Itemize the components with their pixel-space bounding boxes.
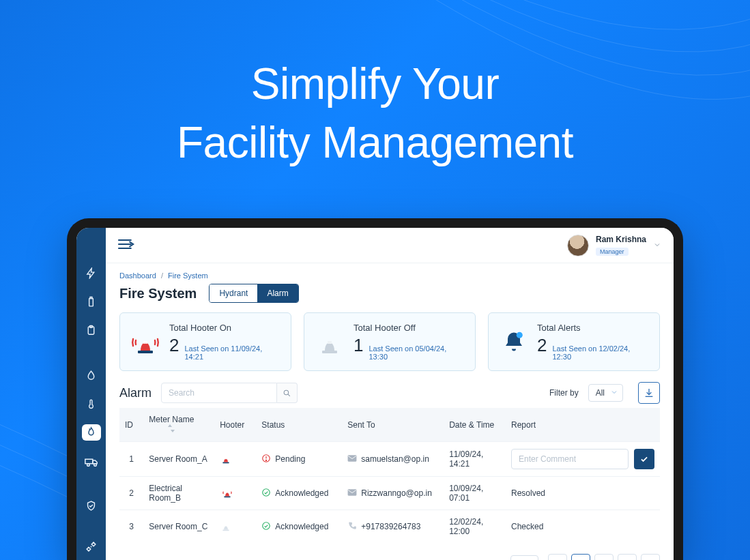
tab-hydrant[interactable]: Hydrant [210, 284, 257, 302]
cell-datetime: 11/09/24, 14:21 [444, 442, 506, 477]
cell-hooter [214, 477, 256, 510]
tablet-frame: Ram Krishna Manager Dashboard / Fire Sys… [67, 218, 683, 560]
sidebar-item-security[interactable] [82, 497, 101, 514]
breadcrumb-root[interactable]: Dashboard [119, 271, 156, 280]
card-label: Total Alerts [537, 323, 648, 333]
pager-next[interactable] [641, 554, 660, 560]
sidebar-item-energy[interactable] [82, 265, 101, 282]
svg-point-6 [93, 464, 96, 467]
pager: 123 [548, 554, 660, 560]
card-seen: Last Seen on 05/04/24, 13:30 [369, 344, 464, 361]
filter-select[interactable]: All [588, 384, 623, 402]
svg-rect-18 [225, 458, 227, 459]
sidebar-item-temperature[interactable] [82, 396, 101, 412]
sent-text: +917839264783 [361, 522, 420, 531]
cell-report [506, 442, 660, 477]
status-text: Pending [275, 454, 305, 464]
search [161, 383, 298, 403]
svg-rect-10 [138, 351, 153, 353]
siren-off-icon [220, 520, 232, 531]
cell-hooter [214, 510, 256, 544]
card-hooter-off: Total Hooter Off 1 Last Seen on 05/04/24… [304, 312, 476, 371]
card-value: 2 [169, 335, 179, 356]
col-meter[interactable]: Meter Name [143, 408, 214, 442]
filter-value: All [596, 388, 605, 398]
svg-point-21 [266, 460, 267, 460]
table-row: 2Electrical Room_BAcknowledgedRizzwanngo… [119, 477, 660, 510]
pager-prev[interactable] [548, 554, 567, 560]
col-id[interactable]: ID [119, 408, 143, 442]
svg-rect-1 [90, 297, 92, 299]
tab-alarm[interactable]: Alarm [257, 284, 298, 302]
svg-point-15 [284, 390, 289, 395]
sidebar-item-water[interactable] [82, 367, 101, 383]
col-status[interactable]: Status [256, 408, 342, 442]
card-alerts: Total Alerts 2 Last Seen on 12/02/24, 12… [488, 312, 660, 371]
svg-rect-22 [348, 455, 357, 461]
pending-icon [261, 454, 271, 465]
col-sent[interactable]: Sent To [342, 408, 444, 442]
sidebar-item-vehicle[interactable] [82, 453, 101, 469]
cell-datetime: 12/02/24, 12:00 [444, 510, 506, 544]
siren-off-icon [315, 327, 344, 356]
svg-rect-11 [143, 341, 147, 344]
card-label: Total Hooter On [169, 323, 280, 333]
submit-comment-button[interactable] [634, 449, 654, 469]
svg-rect-26 [222, 529, 229, 531]
download-button[interactable] [638, 382, 660, 404]
pager-page-1[interactable]: 1 [571, 554, 590, 560]
sidebar [76, 228, 106, 560]
col-hooter[interactable]: Hooter [214, 408, 256, 442]
search-input[interactable] [161, 383, 277, 403]
svg-point-5 [87, 464, 89, 467]
comment-input[interactable] [511, 449, 629, 469]
sidebar-item-fire[interactable] [82, 424, 101, 441]
cell-meter: Server Room_A [143, 442, 214, 477]
cell-sent: Rizzwanngo@op.in [342, 477, 444, 510]
search-button[interactable] [277, 383, 298, 403]
hero-line2: Facility Management [177, 118, 573, 167]
avatar [567, 235, 589, 256]
cell-datetime: 10/09/24, 07:01 [444, 477, 506, 510]
mail-icon [347, 454, 357, 465]
pager-page-3[interactable]: 3 [618, 554, 637, 560]
cell-id: 1 [119, 442, 143, 477]
svg-rect-25 [348, 489, 357, 495]
svg-point-24 [263, 488, 270, 496]
table-row: 1Server Room_APendingsamuelstan@op.in11/… [119, 442, 660, 477]
cell-status: Acknowledged [256, 477, 342, 510]
breadcrumb: Dashboard / Fire System [119, 271, 660, 280]
cell-meter: Electrical Room_B [143, 477, 214, 510]
sidebar-item-settings[interactable] [82, 538, 101, 555]
svg-rect-17 [222, 462, 229, 463]
user-menu[interactable]: Ram Krishna Manager [567, 235, 661, 256]
col-report[interactable]: Report [506, 408, 660, 442]
table-row: 3Server Room_CAcknowledged+9178392647831… [119, 510, 660, 544]
card-label: Total Hooter Off [354, 323, 464, 333]
chevron-down-icon [653, 239, 661, 252]
rows-per-page-select[interactable]: 3 [510, 555, 538, 560]
sidebar-item-battery[interactable] [82, 294, 101, 310]
chevron-down-icon [610, 388, 618, 398]
menu-toggle-button[interactable] [118, 238, 134, 253]
user-role: Manager [596, 248, 629, 256]
status-text: Acknowledged [275, 488, 328, 498]
svg-rect-4 [85, 459, 92, 463]
siren-alert-icon [220, 487, 235, 498]
sort-icon [168, 425, 175, 434]
svg-rect-13 [328, 341, 332, 344]
svg-rect-23 [224, 496, 230, 497]
cell-meter: Server Room_C [143, 510, 214, 544]
section-title: Alarm [119, 386, 152, 400]
pager-page-2[interactable]: 2 [594, 554, 614, 560]
svg-rect-12 [322, 351, 337, 353]
hero: Simplify Your Facility Management [0, 0, 750, 173]
card-seen: Last Seen on 11/09/24, 14:21 [184, 344, 280, 361]
cell-status: Acknowledged [256, 510, 342, 544]
sidebar-item-clipboard[interactable] [82, 323, 101, 339]
card-seen: Last Seen on 12/02/24, 12:30 [553, 344, 649, 361]
card-value: 1 [354, 335, 363, 356]
topbar: Ram Krishna Manager [106, 228, 674, 263]
col-dt[interactable]: Date & Time [444, 408, 506, 442]
card-value: 2 [537, 335, 547, 356]
